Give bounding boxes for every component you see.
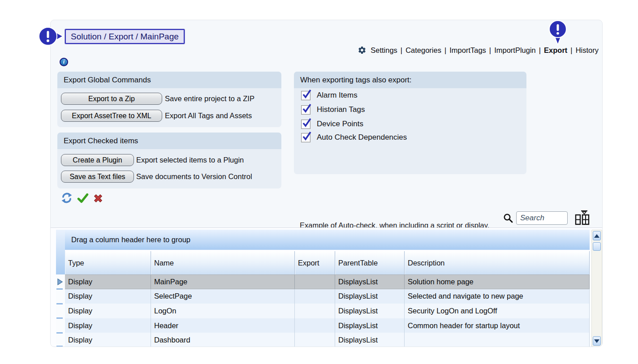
table-section: Drag a column header here to group Type … — [51, 227, 602, 347]
cell-parenttable: DisplaysList — [335, 275, 405, 289]
checkbox-label: Alarm Items — [317, 91, 358, 100]
cell-type: Display — [65, 333, 151, 347]
triangle-up-icon — [594, 234, 599, 238]
cell-export — [295, 304, 335, 318]
export-to-zip-caption: Save entire project to a ZIP — [165, 94, 254, 103]
panel-title: Export Checked items — [57, 133, 281, 149]
cell-description: Solution home page — [405, 275, 590, 289]
checkmark-icon — [302, 89, 313, 100]
cell-export — [295, 289, 335, 304]
panel-when-exporting-tags: When exporting tags also export: Alarm I… — [294, 72, 526, 174]
column-header-name[interactable]: Name — [151, 251, 295, 274]
cell-type: Display — [65, 289, 151, 304]
cell-description: Security LogOn and LogOff — [405, 304, 590, 318]
cell-name: SelectPage — [151, 289, 295, 304]
tab-importplugin[interactable]: ImportPlugin — [494, 46, 536, 55]
table-row[interactable]: Display Header DisplaysList Common heade… — [65, 318, 590, 333]
checkbox-row-device-points: Device Points — [301, 119, 363, 129]
tab-export[interactable]: Export — [544, 46, 567, 55]
panel-export-checked-items: Export Checked items Create a Plugin Exp… — [57, 133, 281, 188]
green-check-icon[interactable] — [77, 193, 89, 204]
cell-parenttable: DisplaysList — [335, 304, 405, 318]
checkbox-label: Auto Check Dependencies — [317, 133, 407, 142]
column-header-type[interactable]: Type — [65, 251, 151, 274]
cell-description: Selected and navigate to new page — [405, 289, 590, 304]
export-assettree-xml-caption: Export All Tags and Assets — [165, 111, 252, 120]
checkbox-label: Device Points — [317, 120, 363, 128]
table-row[interactable]: Display SelectPage DisplaysList Selected… — [65, 289, 590, 304]
tab-settings[interactable]: Settings — [371, 46, 397, 55]
alarm-items-checkbox[interactable] — [301, 91, 310, 100]
checkbox-row-alarm-items: Alarm Items — [301, 90, 358, 101]
save-text-files-button[interactable]: Save as Text files — [61, 171, 134, 183]
breadcrumb: Solution / Export / MainPage — [65, 29, 185, 44]
red-x-icon[interactable] — [92, 193, 104, 204]
save-text-files-caption: Save documents to Version Control — [136, 172, 252, 181]
device-points-checkbox[interactable] — [301, 120, 310, 129]
checkmark-icon — [302, 131, 313, 142]
table-body: Display MainPage DisplaysList Solution h… — [65, 274, 590, 347]
checkbox-row-auto-check: Auto Check Dependencies — [301, 132, 407, 143]
table-row[interactable]: Display LogOn DisplaysList Security LogO… — [65, 304, 590, 318]
export-assettree-xml-button[interactable]: Export AssetTree to XML — [61, 110, 162, 122]
table-row[interactable]: Display MainPage DisplaysList Solution h… — [65, 274, 590, 289]
search-input[interactable] — [516, 211, 568, 225]
selected-row-arrow-icon — [57, 278, 63, 285]
cell-name: LogOn — [151, 304, 295, 318]
gutter-dash — [56, 288, 63, 290]
cell-export — [295, 318, 335, 333]
tab-categories[interactable]: Categories — [405, 46, 441, 55]
checkbox-label: Historian Tags — [317, 105, 365, 114]
tab-history[interactable]: History — [576, 46, 599, 55]
panel-title: When exporting tags also export: — [294, 72, 526, 88]
triangle-down-icon — [594, 339, 599, 343]
scroll-down-button[interactable] — [593, 336, 601, 346]
nav-separator: | — [539, 46, 541, 55]
gutter-dash — [56, 346, 63, 347]
cell-description: Common header for startup layout — [405, 318, 590, 333]
table-header-row: Type Name Export ParentTable Description — [65, 251, 590, 274]
auto-check-dependencies-checkbox[interactable] — [301, 133, 310, 142]
alert-pin-icon — [38, 26, 65, 47]
scrollbar-thumb[interactable] — [593, 242, 601, 251]
nav-separator: | — [570, 46, 572, 55]
nav-separator: | — [444, 46, 446, 55]
alert-pin-icon — [548, 20, 568, 47]
row-gutter — [56, 274, 65, 347]
row-gutter-header — [56, 230, 65, 274]
column-header-export[interactable]: Export — [295, 251, 335, 274]
cell-description — [405, 333, 590, 347]
cell-name: MainPage — [151, 275, 295, 289]
vertical-scrollbar[interactable] — [591, 230, 602, 347]
checkmark-icon — [302, 103, 313, 114]
scroll-up-button[interactable] — [593, 231, 601, 240]
create-plugin-button[interactable]: Create a Plugin — [61, 154, 134, 166]
column-chooser-icon[interactable] — [575, 210, 590, 226]
cell-export — [295, 333, 335, 347]
cell-type: Display — [65, 304, 151, 318]
historian-tags-checkbox[interactable] — [301, 105, 310, 115]
magnifier-icon[interactable] — [503, 213, 513, 223]
cell-name: Dashboard — [151, 333, 295, 347]
info-icon[interactable]: i — [60, 58, 68, 66]
refresh-icon[interactable] — [61, 192, 73, 204]
top-nav: Settings | Categories | ImportTags | Imp… — [358, 45, 599, 55]
cell-type: Display — [65, 275, 151, 289]
create-plugin-caption: Export selected items to a Plugin — [136, 156, 244, 164]
nav-separator: | — [489, 46, 491, 55]
cell-name: Header — [151, 318, 295, 333]
panel-export-global-commands: Export Global Commands Export to a Zip S… — [57, 72, 281, 127]
nav-separator: | — [401, 46, 402, 55]
group-by-bar[interactable]: Drag a column header here to group — [65, 230, 590, 250]
checkmark-icon — [302, 118, 313, 128]
export-to-zip-button[interactable]: Export to a Zip — [61, 93, 162, 105]
column-header-description[interactable]: Description — [405, 251, 590, 274]
cell-parenttable: DisplaysList — [335, 333, 405, 347]
table-row[interactable]: Display Dashboard DisplaysList — [65, 333, 590, 347]
export-page: Solution / Export / MainPage Settings | … — [0, 0, 638, 364]
gear-icon[interactable] — [358, 46, 366, 55]
tab-importtags[interactable]: ImportTags — [449, 46, 486, 55]
gutter-dash — [56, 303, 63, 304]
cell-type: Display — [65, 318, 151, 333]
column-header-parenttable[interactable]: ParentTable — [335, 251, 405, 274]
